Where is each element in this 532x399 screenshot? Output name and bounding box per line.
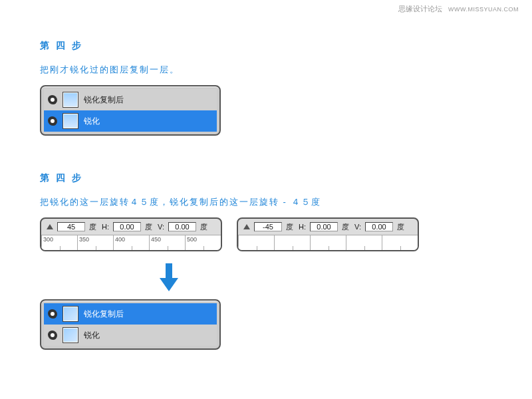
svg-marker-1 <box>160 278 178 291</box>
v-label: V: <box>354 223 361 231</box>
svg-rect-0 <box>166 263 172 278</box>
toolbar-row: 45 度 H: 0.00 度 V: 0.00 度 300 350 400 450 <box>40 217 492 251</box>
h-label: H: <box>299 223 306 231</box>
ruler-num: 400 <box>115 236 125 243</box>
ruler-num: 300 <box>43 236 53 243</box>
watermark: 思缘设计论坛 WWW.MISSYUAN.COM <box>398 4 519 14</box>
step1-desc: 把刚才锐化过的图层复制一层。 <box>40 64 492 76</box>
transform-toolbar-2: -45 度 H: 0.00 度 V: 0.00 度 <box>237 217 419 251</box>
h-label: H: <box>102 223 109 231</box>
visibility-icon[interactable] <box>48 309 57 319</box>
layer-name: 锐化 <box>84 330 100 341</box>
layer-row[interactable]: 锐化复制后 <box>44 303 217 325</box>
h-field[interactable]: 0.00 <box>310 222 338 231</box>
layer-thumb <box>63 306 78 322</box>
ruler-num: 350 <box>79 236 89 243</box>
v-field[interactable]: 0.00 <box>365 222 393 231</box>
h-unit: 度 <box>342 222 349 232</box>
watermark-en: WWW.MISSYUAN.COM <box>448 6 519 13</box>
angle-icon <box>47 224 53 229</box>
layer-thumb <box>63 113 78 129</box>
ruler <box>238 235 418 250</box>
layer-name: 锐化复制后 <box>84 309 124 320</box>
angle-field[interactable]: -45 <box>254 222 282 231</box>
down-arrow-icon <box>160 263 492 291</box>
layer-name: 锐化复制后 <box>84 94 124 106</box>
transform-toolbar-1: 45 度 H: 0.00 度 V: 0.00 度 300 350 400 450 <box>40 217 222 251</box>
v-field[interactable]: 0.00 <box>168 222 196 231</box>
visibility-icon[interactable] <box>48 116 57 126</box>
watermark-cn: 思缘设计论坛 <box>398 5 442 13</box>
layer-row[interactable]: 锐化 <box>44 110 217 132</box>
step1-title: 第 四 步 <box>40 40 492 52</box>
layer-name: 锐化 <box>84 116 100 127</box>
angle-field[interactable]: 45 <box>57 222 85 231</box>
h-field[interactable]: 0.00 <box>113 222 141 231</box>
h-unit: 度 <box>145 222 152 232</box>
layer-thumb <box>63 327 78 343</box>
angle-icon <box>243 224 250 229</box>
v-unit: 度 <box>397 222 404 232</box>
visibility-icon[interactable] <box>48 331 57 340</box>
layers-panel-1: 锐化复制后 锐化 <box>40 85 221 136</box>
v-label: V: <box>158 223 164 231</box>
page-body: 第 四 步 把刚才锐化过的图层复制一层。 锐化复制后 锐化 第 四 步 把锐化的… <box>0 0 532 350</box>
v-unit: 度 <box>200 222 207 232</box>
layer-row[interactable]: 锐化 <box>44 325 217 346</box>
step2-desc: 把锐化的这一层旋转４５度，锐化复制后的这一层旋转 - ４５度 <box>40 196 492 208</box>
layer-thumb <box>63 92 78 108</box>
angle-unit: 度 <box>286 222 293 232</box>
ruler: 300 350 400 450 500 <box>41 235 221 250</box>
visibility-icon[interactable] <box>48 95 57 104</box>
step2-title: 第 四 步 <box>40 172 492 184</box>
ruler-num: 500 <box>187 236 197 243</box>
angle-unit: 度 <box>89 222 96 232</box>
layers-panel-2: 锐化复制后 锐化 <box>40 299 221 350</box>
layer-row[interactable]: 锐化复制后 <box>44 89 217 110</box>
ruler-num: 450 <box>151 236 161 243</box>
